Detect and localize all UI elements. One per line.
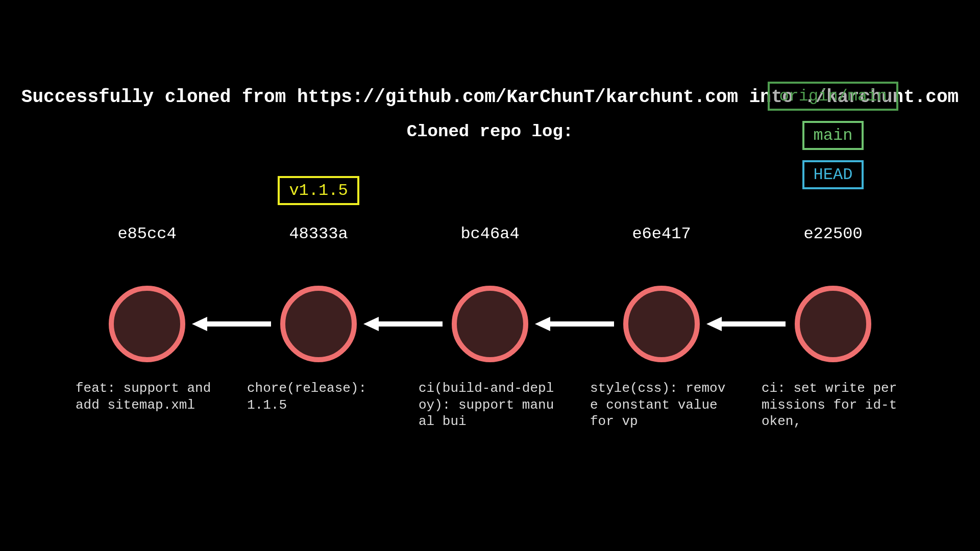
commit-circle-icon <box>623 286 700 362</box>
commit-hash: 48333a <box>289 224 348 243</box>
commit-node: e85cc4 feat: support and add sitemap.xml <box>76 286 218 362</box>
git-log-graph: e85cc4 feat: support and add sitemap.xml… <box>0 286 980 362</box>
commit-message: ci: set write permissions for id-token, <box>762 380 904 430</box>
commit-row: e85cc4 feat: support and add sitemap.xml… <box>76 286 904 362</box>
commit-message: style(css): remove constant value for vp <box>590 380 733 430</box>
commit-node: origin/main main HEAD e22500 ci: set wri… <box>762 286 904 362</box>
commit-circle-icon <box>452 286 528 362</box>
commit-node: bc46a4 ci(build-and-deploy): support man… <box>419 286 561 362</box>
ref-stack-head: origin/main main HEAD <box>768 82 898 189</box>
ref-head: HEAD <box>802 160 864 189</box>
ref-remote-branch: origin/main <box>768 82 898 111</box>
commit-hash: e22500 <box>803 224 862 243</box>
commit-hash: e6e417 <box>632 224 691 243</box>
commit-message: ci(build-and-deploy): support manual bui <box>419 380 561 430</box>
ref-tag: v1.1.5 <box>278 176 359 205</box>
ref-stack-tag: v1.1.5 <box>278 176 359 205</box>
commit-node: e6e417 style(css): remove constant value… <box>590 286 733 362</box>
commit-circle-icon <box>109 286 185 362</box>
commit-circle-icon <box>280 286 357 362</box>
commit-circle-icon <box>795 286 871 362</box>
commit-message: chore(release): 1.1.5 <box>247 380 390 413</box>
commit-hash: bc46a4 <box>460 224 519 243</box>
ref-local-branch: main <box>802 121 864 150</box>
commit-hash: e85cc4 <box>117 224 176 243</box>
commit-message: feat: support and add sitemap.xml <box>76 380 218 413</box>
commit-node: v1.1.5 48333a chore(release): 1.1.5 <box>247 286 390 362</box>
